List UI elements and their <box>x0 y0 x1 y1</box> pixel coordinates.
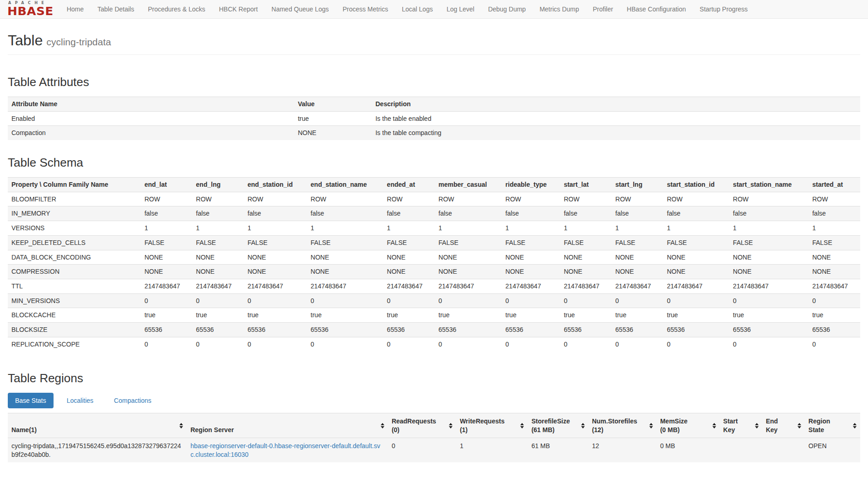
schema-property-value: ROW <box>383 192 435 206</box>
attribute-description: Is the table compacting <box>372 126 860 140</box>
schema-property-value: 1 <box>663 221 729 236</box>
schema-property-value: 2147483647 <box>244 279 307 293</box>
nav-item-process-metrics[interactable]: Process Metrics <box>336 0 395 19</box>
main-content: Tablecycling-tripdata Table Attributes A… <box>0 32 868 462</box>
schema-property-value: true <box>307 308 383 323</box>
regions-col-readrequests-0[interactable]: ReadRequests(0) <box>388 413 456 438</box>
schema-property-value: NONE <box>729 250 809 265</box>
schema-property-value: 0 <box>612 293 663 308</box>
schema-property-value: FALSE <box>141 235 193 250</box>
schema-property-value: true <box>560 308 612 323</box>
regions-col-startkey[interactable]: StartKey <box>720 413 762 438</box>
region-state: OPEN <box>805 438 860 462</box>
schema-property-value: 65536 <box>244 322 307 337</box>
schema-property-value: NONE <box>560 265 612 279</box>
schema-property-value: 0 <box>244 337 307 351</box>
region-end-key <box>762 438 805 462</box>
regions-col-region-server[interactable]: Region Server <box>187 413 388 438</box>
schema-property-value: 65536 <box>307 322 383 337</box>
schema-property-value: 65536 <box>383 322 435 337</box>
schema-property-value: false <box>383 206 435 221</box>
schema-property-value: 0 <box>502 337 561 351</box>
regions-col-name-1[interactable]: Name(1) <box>8 413 187 438</box>
schema-property-value: 1 <box>244 221 307 236</box>
nav-item-table-details[interactable]: Table Details <box>91 0 141 19</box>
schema-property-value: FALSE <box>663 235 729 250</box>
schema-property-value: 65536 <box>502 322 561 337</box>
schema-property-value: NONE <box>560 250 612 265</box>
schema-property-value: 1 <box>141 221 193 236</box>
schema-property-value: true <box>244 308 307 323</box>
page-subtitle: cycling-tripdata <box>47 37 111 47</box>
hbase-logo[interactable]: APACHE HBASE <box>5 1 56 17</box>
nav-item-hbck-report[interactable]: HBCK Report <box>212 0 265 19</box>
tab-compactions[interactable]: Compactions <box>107 393 159 408</box>
schema-property-value: 0 <box>192 293 244 308</box>
schema-property-value: true <box>435 308 501 323</box>
schema-property-name: COMPRESSION <box>8 265 141 279</box>
schema-family-started-at: started_at <box>809 178 860 192</box>
regions-col-label: EndKey <box>766 417 795 433</box>
region-mem-size: 0 MB <box>657 438 720 462</box>
schema-property-value: ROW <box>560 192 612 206</box>
schema-property-value: 65536 <box>560 322 612 337</box>
regions-col-label: Name(1) <box>11 426 177 434</box>
nav-item-profiler[interactable]: Profiler <box>586 0 620 19</box>
schema-property-value: 0 <box>809 293 860 308</box>
schema-property-value: ROW <box>612 192 663 206</box>
nav-item-startup-progress[interactable]: Startup Progress <box>693 0 755 19</box>
regions-col-label: ReadRequests(0) <box>392 417 446 433</box>
schema-property-value: NONE <box>612 265 663 279</box>
schema-property-value: 1 <box>383 221 435 236</box>
schema-property-value: NONE <box>307 250 383 265</box>
schema-property-value: 1 <box>560 221 612 236</box>
schema-property-value: FALSE <box>560 235 612 250</box>
table-schema-heading: Table Schema <box>8 156 860 170</box>
tab-localities[interactable]: Localities <box>59 393 101 408</box>
nav-item-log-level[interactable]: Log Level <box>440 0 481 19</box>
schema-property-value: false <box>560 206 612 221</box>
schema-property-value: false <box>612 206 663 221</box>
schema-property-value: 1 <box>612 221 663 236</box>
nav-item-metrics-dump[interactable]: Metrics Dump <box>533 0 586 19</box>
schema-property-value: 0 <box>435 293 501 308</box>
schema-row-blockcache: BLOCKCACHEtruetruetruetruetruetruetruetr… <box>8 308 860 323</box>
region-server-link[interactable]: hbase-regionserver-default-0.hbase-regio… <box>190 442 380 458</box>
schema-family-end-station-name: end_station_name <box>307 178 383 192</box>
nav-item-hbase-configuration[interactable]: HBase Configuration <box>620 0 693 19</box>
schema-property-value: NONE <box>307 265 383 279</box>
schema-family-end-lat: end_lat <box>141 178 193 192</box>
nav-item-named-queue-logs[interactable]: Named Queue Logs <box>264 0 335 19</box>
schema-property-value: FALSE <box>729 235 809 250</box>
nav-item-local-logs[interactable]: Local Logs <box>395 0 440 19</box>
sort-icon <box>798 423 801 428</box>
schema-property-value: 1 <box>307 221 383 236</box>
schema-property-value: 2147483647 <box>435 279 501 293</box>
schema-property-value: 0 <box>435 337 501 351</box>
schema-property-value: 0 <box>560 293 612 308</box>
schema-property-value: NONE <box>502 250 561 265</box>
nav-menu: HomeTable DetailsProcedures & LocksHBCK … <box>60 0 755 19</box>
regions-col-endkey[interactable]: EndKey <box>762 413 805 438</box>
regions-col-writerequests-1[interactable]: WriteRequests(1) <box>456 413 528 438</box>
nav-item-procedures-locks[interactable]: Procedures & Locks <box>141 0 212 19</box>
schema-property-value: false <box>141 206 193 221</box>
regions-col-memsize-0-mb[interactable]: MemSize(0 MB) <box>657 413 720 438</box>
tab-base-stats[interactable]: Base Stats <box>8 393 54 408</box>
schema-property-value: NONE <box>141 250 193 265</box>
schema-property-value: 2147483647 <box>663 279 729 293</box>
schema-property-value: 2147483647 <box>192 279 244 293</box>
schema-row-data-block-encoding: DATA_BLOCK_ENCODINGNONENONENONENONENONEN… <box>8 250 860 265</box>
regions-col-label: MemSize(0 MB) <box>660 417 710 433</box>
schema-row-versions: VERSIONS111111111111 <box>8 221 860 236</box>
schema-property-value: FALSE <box>192 235 244 250</box>
nav-item-home[interactable]: Home <box>60 0 91 19</box>
regions-col-num-storefiles-12[interactable]: Num.Storefiles(12) <box>588 413 657 438</box>
regions-col-regionstate[interactable]: RegionState <box>805 413 860 438</box>
schema-property-name: TTL <box>8 279 141 293</box>
region-server-cell: hbase-regionserver-default-0.hbase-regio… <box>187 438 388 462</box>
schema-property-value: true <box>141 308 193 323</box>
nav-item-debug-dump[interactable]: Debug Dump <box>481 0 533 19</box>
schema-property-value: 0 <box>809 337 860 351</box>
regions-col-storefilesize-61-mb[interactable]: StorefileSize(61 MB) <box>528 413 588 438</box>
